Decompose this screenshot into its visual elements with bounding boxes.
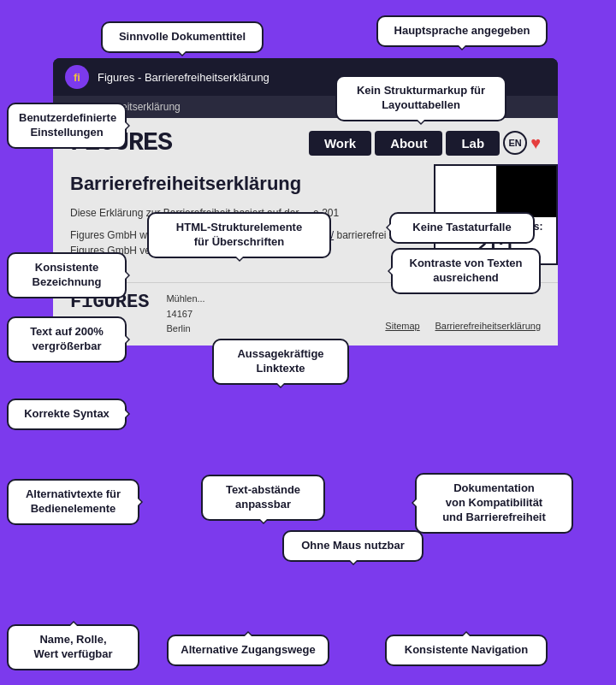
nav-work-button[interactable]: Work: [309, 131, 371, 156]
nav-lab-button[interactable]: Lab: [446, 131, 500, 156]
browser-title: Figures - Barrierefreiheitserklärung: [98, 71, 270, 84]
tooltip-text-zoom: Text auf 200%vergrößerbar: [7, 316, 127, 363]
contrast-visual: [435, 166, 556, 217]
nav-buttons: Work About Lab EN ♥: [309, 131, 541, 156]
tooltip-korrekte-syntax: Korrekte Syntax: [7, 399, 127, 430]
tooltip-benutzerdefiniert: BenutzerdefinierteEinstellungen: [7, 103, 127, 149]
tooltip-dokumenttitel: Sinnvolle Dokumenttitel: [101, 21, 264, 53]
lang-toggle[interactable]: EN: [503, 131, 527, 155]
contrast-white-block: [435, 166, 496, 217]
tooltip-html-struktur: HTML-Strukturelementefür Überschriften: [147, 212, 331, 258]
tooltip-name-rolle: Name, Rolle,Wert verfügbar: [7, 624, 139, 670]
tooltip-ohne-maus: Ohne Maus nutzbar: [282, 530, 424, 562]
tooltip-aussagekraeftig: AussagekräftigeLinktexte: [212, 339, 349, 385]
tooltip-text-abstaende: Text-abständeanpassbar: [201, 475, 325, 521]
tooltip-kontraste: Kontraste von Textenausreichend: [391, 248, 541, 294]
tooltip-konsistente-bez: KonsistenteBezeichnung: [7, 252, 127, 298]
tooltip-alternative-zugangswege: Alternative Zugangswege: [167, 635, 329, 666]
footer-accessibility-link[interactable]: Barrierefreiheitserklärung: [435, 321, 542, 331]
footer-links-area: Sitemap Barrierefreiheitserklärung: [222, 292, 541, 333]
browser-favicon: fi: [65, 65, 89, 89]
tooltip-dokumentation: Dokumentationvon Kompatibilitätund Barri…: [415, 473, 573, 534]
tooltip-hauptsprache: Hauptsprache angegeben: [376, 15, 548, 47]
contrast-black-block: [496, 166, 557, 217]
heart-icon[interactable]: ♥: [530, 133, 541, 153]
tooltip-alternativtexte: Alternativtexte fürBedienelemente: [7, 479, 139, 525]
tooltip-konsistente-nav: Konsistente Navigation: [385, 635, 548, 666]
tooltip-strukturmarkup: Kein Strukturmarkup fürLayouttabellen: [335, 75, 506, 121]
nav-about-button[interactable]: About: [375, 131, 442, 156]
footer-sitemap-link[interactable]: Sitemap: [385, 321, 419, 331]
tooltip-keine-tastatur: Keine Tastaturfalle: [389, 212, 535, 244]
footer-address: Mühlen... 14167 Berlin: [166, 292, 204, 337]
